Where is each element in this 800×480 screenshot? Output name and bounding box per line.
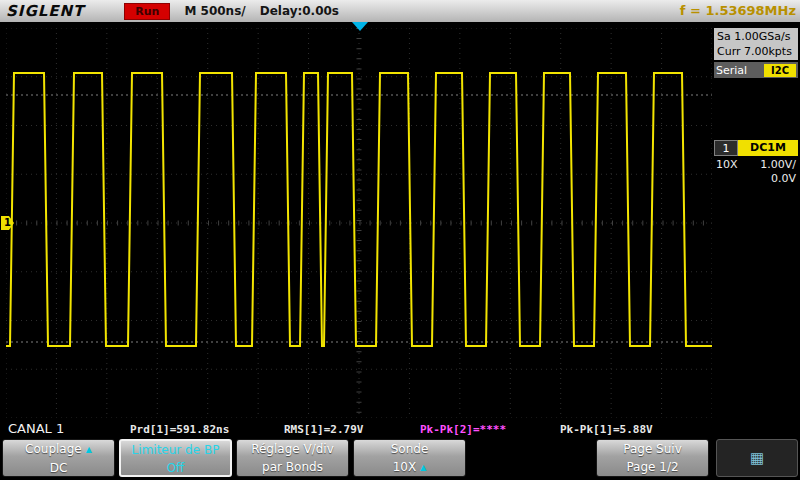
submenu-up-arrow-icon: ▲ <box>86 445 92 454</box>
brand-logo: SIGLENT <box>6 2 84 20</box>
status-bar: CANAL 1 Prd[1]=591.82ns RMS[1]=2.79V Pk-… <box>0 419 712 437</box>
measurement-period: Prd[1]=591.82ns <box>130 423 229 436</box>
menu-button-limiteur-bp[interactable]: Limiteur de BP Off <box>119 439 232 477</box>
menu-button-page-suiv[interactable]: Page Suiv Page 1/2 <box>596 439 709 477</box>
acquisition-status-badge[interactable]: Run <box>124 3 170 20</box>
softkey-menu: Couplage▲ DC Limiteur de BP Off Réglage … <box>0 438 800 480</box>
menu-toggle-button[interactable]: ▦ <box>716 439 798 477</box>
waveform-display <box>6 28 712 418</box>
measurement-rms: RMS[1]=2.79V <box>284 423 363 436</box>
menu-toggle-icon: ▦ <box>750 449 764 467</box>
top-bar: SIGLENT Run M 500ns/ Delay:0.00s f = 1.5… <box>0 0 800 22</box>
serial-mode-badge[interactable]: I2C <box>764 64 796 77</box>
oscilloscope-screen: SIGLENT Run M 500ns/ Delay:0.00s f = 1.5… <box>0 0 800 480</box>
frequency-counter: f = 1.53698MHz <box>680 3 796 18</box>
serial-decode-row: Serial I2C <box>714 62 798 78</box>
channel-coupling: DC1M <box>738 140 798 156</box>
submenu-up-arrow-icon: ▲ <box>420 463 426 472</box>
channel-number: 1 <box>714 140 738 156</box>
timebase-readout: M 500ns/ <box>184 4 245 18</box>
volts-per-div: 1.00V/ <box>760 158 796 171</box>
memory-depth: Curr 7.00kpts <box>717 44 795 59</box>
channel-offset: 0.0V <box>714 171 798 185</box>
delay-readout: Delay:0.00s <box>260 4 339 18</box>
measurement-pkpk-ch2: Pk-Pk[2]=**** <box>420 423 506 436</box>
channel1-info-box[interactable]: 1 DC1M 10X 1.00V/ 0.0V <box>714 140 798 185</box>
measurement-pkpk-ch1: Pk-Pk[1]=5.88V <box>560 423 653 436</box>
channel-name: CANAL 1 <box>8 421 64 436</box>
probe-attenuation: 10X <box>716 158 738 171</box>
serial-label: Serial <box>716 64 747 77</box>
menu-button-reglage-vdiv[interactable]: Réglage V/div par Bonds <box>236 439 349 477</box>
menu-button-sonde[interactable]: Sonde 10X▲ <box>353 439 466 477</box>
sample-rate: Sa 1.00GSa/s <box>717 29 795 44</box>
acquisition-info-box: Sa 1.00GSa/s Curr 7.00kpts <box>714 28 798 60</box>
menu-button-couplage[interactable]: Couplage▲ DC <box>2 439 115 477</box>
